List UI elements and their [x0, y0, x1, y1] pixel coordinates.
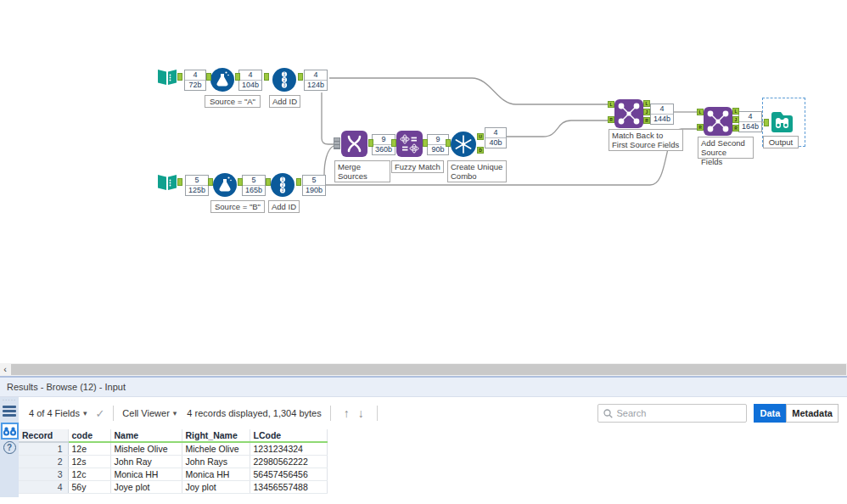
scroll-down-button[interactable]: ↓	[354, 406, 368, 420]
join2-input-anchor-r[interactable]: R	[697, 124, 704, 131]
cell[interactable]: 56y	[68, 480, 110, 493]
join2-output-anchor-r[interactable]: R	[732, 125, 739, 132]
cell[interactable]: 12c	[68, 468, 110, 480]
output-anchor[interactable]	[423, 139, 428, 147]
results-sidebar: ····· ?	[0, 397, 19, 497]
input-anchor[interactable]	[266, 178, 271, 186]
cell[interactable]: 22980562222	[250, 455, 327, 468]
cell[interactable]: Joy plot	[182, 480, 250, 493]
cell[interactable]: 12e	[68, 442, 110, 455]
tool-annotation[interactable]: 4 144b	[650, 104, 674, 125]
svg-text:3: 3	[283, 83, 286, 87]
cell-viewer-dropdown[interactable]: Cell Viewer ▾	[122, 408, 177, 418]
canvas-horizontal-scrollbar[interactable]: ‹	[0, 363, 847, 376]
input-anchor[interactable]	[264, 73, 269, 81]
record-number-cell[interactable]: 3	[19, 468, 68, 480]
record-number-cell[interactable]: 4	[19, 480, 68, 493]
join2-output-anchor-l[interactable]: L	[732, 108, 739, 115]
table-row[interactable]: 2 12s John Ray John Rays 22980562222	[19, 455, 327, 468]
browse-tool[interactable]	[769, 109, 795, 138]
connection-wires	[0, 0, 847, 363]
join1-input-anchor-l[interactable]: L	[608, 101, 614, 108]
unique-tool[interactable]	[451, 132, 476, 160]
cell[interactable]: 12s	[68, 455, 110, 468]
table-row[interactable]: 1 12e Mishele Olive Michele Olive 123123…	[19, 442, 327, 455]
join2-input-anchor-l[interactable]: L	[697, 109, 704, 115]
tool-annotation[interactable]: 4 164b	[738, 111, 762, 132]
cell[interactable]: Joye plot	[110, 480, 182, 493]
input-tool-b[interactable]	[156, 171, 178, 197]
output-anchor[interactable]	[296, 178, 301, 186]
cell[interactable]: 1231234324	[250, 442, 327, 455]
cell[interactable]: Mishele Olive	[110, 442, 182, 455]
column-header-name[interactable]: Name	[110, 429, 182, 442]
table-row[interactable]: 3 12c Monica HH Monica HH 56457456456	[19, 468, 327, 480]
record-number-cell[interactable]: 2	[19, 455, 68, 468]
join-tool-1[interactable]	[614, 99, 643, 132]
column-header-code[interactable]: code	[68, 429, 110, 442]
cell[interactable]: 13456557488	[250, 480, 327, 493]
workflow-canvas[interactable]: 4 72b 4 104b 1 2 3	[0, 0, 847, 363]
unique-output-anchor-d[interactable]: D	[477, 147, 484, 154]
input-anchor[interactable]	[391, 139, 396, 147]
input-anchor[interactable]	[206, 73, 211, 81]
recordid-tool-a[interactable]: 1 2 3	[272, 68, 296, 95]
browse-view-button[interactable]	[1, 423, 19, 440]
output-anchor[interactable]	[298, 73, 303, 81]
formula-tool-a[interactable]	[210, 68, 234, 95]
join2-output-anchor-j[interactable]: J	[732, 116, 739, 123]
input-anchor[interactable]	[764, 119, 769, 126]
tool-annotation[interactable]: 4 124b	[304, 70, 328, 91]
unique-output-anchor-u[interactable]: U	[477, 133, 484, 140]
join1-output-anchor-l[interactable]: L	[643, 100, 650, 107]
scroll-up-button[interactable]: ↑	[339, 406, 354, 420]
column-header-record[interactable]: Record	[19, 429, 68, 442]
input-anchor[interactable]	[208, 178, 213, 186]
recordid-tool-b[interactable]: 1 2 3	[271, 173, 294, 200]
cell[interactable]: 56457456456	[250, 468, 327, 480]
tab-data[interactable]: Data	[754, 404, 786, 423]
join-tool-2[interactable]	[704, 107, 732, 139]
cell[interactable]: Monica HH	[182, 468, 250, 480]
cell[interactable]: John Rays	[182, 455, 250, 468]
scrollbar-thumb[interactable]	[11, 364, 846, 375]
tool-annotation[interactable]: 5 190b	[302, 175, 326, 196]
output-anchor[interactable]	[368, 139, 373, 147]
tool-label-output: Output	[763, 136, 799, 148]
join1-output-anchor-r[interactable]: R	[643, 117, 650, 124]
fields-dropdown[interactable]: 4 of 4 Fields ▾ ✓	[29, 407, 104, 420]
tool-annotation[interactable]: 4 40b	[485, 127, 507, 148]
column-header-lcode[interactable]: LCode	[250, 429, 327, 442]
input-tool-a[interactable]	[156, 66, 178, 92]
join1-input-anchor-r[interactable]: R	[608, 116, 614, 123]
cell[interactable]: Michele Olive	[182, 442, 250, 455]
formula-tool-b[interactable]	[213, 173, 237, 200]
column-header-right-name[interactable]: Right_Name	[182, 429, 250, 442]
output-anchor[interactable]	[177, 73, 182, 81]
input-anchor[interactable]	[446, 139, 451, 147]
apply-check-icon[interactable]: ✓	[95, 407, 104, 420]
drag-handle-icon[interactable]: ·····	[0, 397, 19, 404]
tab-metadata[interactable]: Metadata	[786, 404, 839, 423]
scroll-left-icon[interactable]: ‹	[0, 363, 10, 376]
table-row[interactable]: 4 56y Joye plot Joy plot 13456557488	[19, 480, 327, 493]
tool-annotation[interactable]: 5 165b	[242, 175, 266, 196]
cell[interactable]: John Ray	[110, 455, 182, 468]
tool-annotation[interactable]: 4 104b	[238, 70, 262, 91]
output-anchor[interactable]	[238, 178, 243, 186]
tool-annotation[interactable]: 5 125b	[185, 175, 209, 196]
output-anchor[interactable]	[177, 178, 182, 186]
help-button[interactable]: ?	[1, 441, 18, 457]
tool-annotation[interactable]: 4 72b	[184, 70, 206, 91]
union-input-anchor[interactable]	[334, 137, 340, 149]
svg-text:2: 2	[282, 183, 284, 188]
record-number-cell[interactable]: 1	[19, 442, 68, 455]
join1-output-anchor-j[interactable]: J	[643, 109, 650, 115]
fuzzy-match-tool[interactable]	[396, 131, 423, 160]
union-tool[interactable]	[341, 131, 367, 160]
config-view-button[interactable]	[1, 405, 18, 421]
cell[interactable]: Monica HH	[110, 468, 182, 480]
search-box[interactable]	[597, 404, 747, 423]
output-anchor[interactable]	[235, 73, 240, 81]
search-input[interactable]	[616, 408, 735, 418]
